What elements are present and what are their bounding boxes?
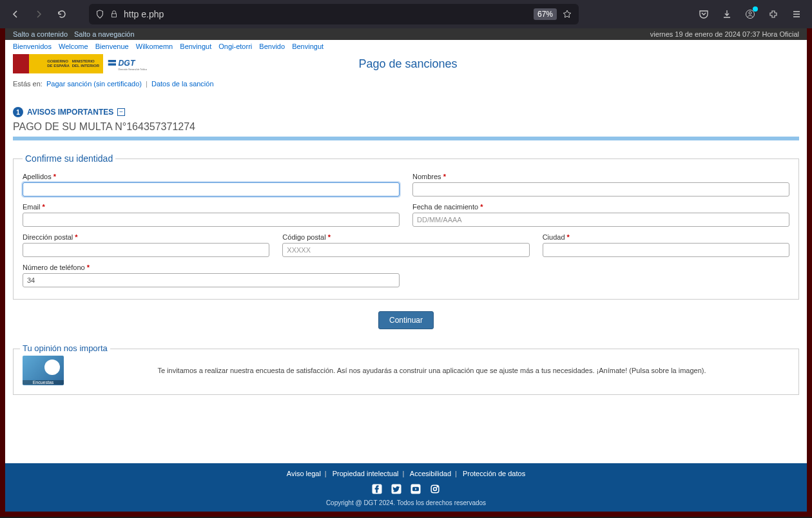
lang-link[interactable]: Benvingut xyxy=(292,43,324,50)
svg-rect-0 xyxy=(112,14,117,17)
twitter-icon[interactable] xyxy=(390,483,403,495)
footer-link[interactable]: Accesibilidad xyxy=(410,470,451,477)
svg-rect-4 xyxy=(108,63,116,66)
email-input[interactable] xyxy=(23,213,400,227)
breadcrumb-link-1[interactable]: Pagar sanción (sin certificado) xyxy=(46,80,142,88)
svg-text:DGT: DGT xyxy=(119,59,136,68)
footer-link[interactable]: Aviso legal xyxy=(287,470,321,477)
url-bar[interactable]: http e.php 67% xyxy=(89,4,579,24)
apellidos-input[interactable] xyxy=(23,182,400,197)
youtube-icon[interactable] xyxy=(409,483,422,495)
svg-text:Dirección General de Tráfico: Dirección General de Tráfico xyxy=(119,68,147,71)
account-icon[interactable] xyxy=(741,5,759,23)
collapse-icon[interactable]: − xyxy=(117,108,125,116)
opinion-box: Tu opinión nos importa Te invitamos a re… xyxy=(13,349,799,395)
lang-link[interactable]: Bienvenidos xyxy=(13,43,52,50)
footer: Aviso legal| Propiedad intelectual| Acce… xyxy=(5,463,807,512)
url-text: http e.php xyxy=(124,9,528,19)
telefono-input[interactable] xyxy=(23,273,400,287)
identity-fieldset: Confirme su identidad Apellidos * Nombre… xyxy=(13,153,799,300)
divider-bar xyxy=(13,137,799,140)
svg-rect-3 xyxy=(108,60,116,62)
menu-icon[interactable] xyxy=(788,5,806,23)
nombres-input[interactable] xyxy=(412,182,789,197)
fecha-input[interactable] xyxy=(412,213,789,227)
skip-nav-link[interactable]: Salto a navegación xyxy=(74,30,135,38)
extensions-icon[interactable] xyxy=(764,5,782,23)
lang-link[interactable]: Ongi-etorri xyxy=(218,43,252,50)
logo-gobierno: GOBIERNODE ESPAÑA MINISTERIODEL INTERIOR xyxy=(13,54,103,73)
identity-legend: Confirme su identidad xyxy=(23,153,115,164)
svg-point-12 xyxy=(434,488,437,491)
browser-toolbar: http e.php 67% xyxy=(0,0,812,28)
footer-link[interactable]: Protección de datos xyxy=(463,470,525,477)
skip-bar: Salto a contenido Salto a navegación vie… xyxy=(5,28,807,40)
avisos-title: AVISOS IMPORTANTES xyxy=(27,108,113,117)
codigo-input[interactable] xyxy=(282,243,529,257)
ciudad-input[interactable] xyxy=(543,243,789,257)
direccion-label: Dirección postal * xyxy=(23,233,269,241)
lang-link[interactable]: Bienvenue xyxy=(95,43,129,50)
breadcrumb-prefix: Estás en: xyxy=(13,80,43,88)
codigo-label: Código postal * xyxy=(282,233,529,241)
lang-link[interactable]: Wilkomemn xyxy=(136,43,173,50)
reload-button[interactable] xyxy=(53,5,71,23)
back-button[interactable] xyxy=(6,5,24,23)
email-label: Email * xyxy=(23,203,400,211)
downloads-icon[interactable] xyxy=(718,5,736,23)
breadcrumb: Estás en: Pagar sanción (sin certificado… xyxy=(5,77,807,94)
telefono-label: Número de teléfono * xyxy=(23,264,400,271)
copyright-text: Copyright @ DGT 2024. Todos los derechos… xyxy=(5,499,807,506)
instagram-icon[interactable] xyxy=(429,483,441,495)
shield-icon xyxy=(95,10,104,19)
lang-link[interactable]: Welcome xyxy=(59,43,88,50)
forward-button[interactable] xyxy=(30,5,48,23)
breadcrumb-link-2[interactable]: Datos de la sanción xyxy=(151,80,214,88)
opinion-legend: Tu opinión nos importa xyxy=(20,343,110,353)
zoom-badge[interactable]: 67% xyxy=(534,8,557,20)
nombres-label: Nombres * xyxy=(412,173,789,180)
clock-text: viernes 19 de enero de 2024 07:37 Hora O… xyxy=(650,30,799,38)
skip-content-link[interactable]: Salto a contenido xyxy=(13,30,68,38)
logo-dgt: DGTDirección General de Tráfico xyxy=(107,54,152,73)
lock-icon xyxy=(110,10,119,19)
multa-heading: PAGO DE SU MULTA N°164357371274 xyxy=(13,121,799,133)
svg-point-13 xyxy=(437,486,438,487)
fecha-label: Fecha de nacimiento * xyxy=(412,203,789,211)
apellidos-label: Apellidos * xyxy=(23,173,400,180)
direccion-input[interactable] xyxy=(23,243,269,257)
facebook-icon[interactable] xyxy=(371,483,383,495)
pocket-icon[interactable] xyxy=(695,5,713,23)
svg-point-2 xyxy=(749,12,751,14)
opinion-text: Te invitamos a realizar nuestra encuesta… xyxy=(74,367,789,374)
survey-image[interactable] xyxy=(23,356,64,385)
lang-link[interactable]: Benvido xyxy=(259,43,285,50)
continuar-button[interactable]: Continuar xyxy=(378,311,434,329)
ciudad-label: Ciudad * xyxy=(543,233,789,241)
header: GOBIERNODE ESPAÑA MINISTERIODEL INTERIOR… xyxy=(5,53,807,77)
bookmark-star-icon[interactable] xyxy=(562,9,572,19)
lang-link[interactable]: Benvingut xyxy=(180,43,211,50)
page-title: Pago de sanciones xyxy=(152,57,664,71)
language-bar: Bienvenidos Welcome Bienvenue Wilkomemn … xyxy=(5,40,807,53)
footer-link[interactable]: Propiedad intelectual xyxy=(333,470,399,477)
avisos-count-badge: 1 xyxy=(13,107,23,117)
